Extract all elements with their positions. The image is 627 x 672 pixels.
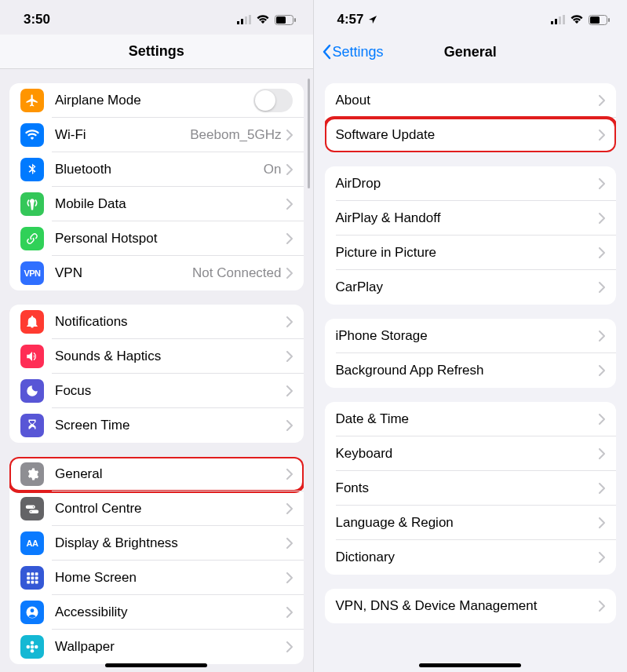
row-label: CarPlay [336,279,600,295]
chevron-right-icon [286,130,293,141]
airplane-icon [20,89,44,112]
home-indicator[interactable] [105,663,207,667]
row-wifi[interactable]: Wi-FiBeebom_5GHz [9,118,304,152]
row-label: AirPlay & Handoff [336,210,600,226]
row-airplane[interactable]: Airplane Mode [9,83,304,118]
row-sounds[interactable]: Sounds & Haptics [9,339,304,374]
chevron-right-icon [599,601,605,612]
row-label: Screen Time [55,418,286,433]
row-label: AirDrop [336,176,600,192]
settings-group: AirDropAirPlay & HandoffPicture in Pictu… [325,166,617,305]
row-carplay[interactable]: CarPlay [325,270,617,305]
svg-rect-6 [294,18,296,22]
chevron-right-icon [286,420,293,431]
settings-list[interactable]: Airplane ModeWi-FiBeebom_5GHzBluetoothOn… [0,83,313,664]
general-list[interactable]: AboutSoftware UpdateAirDropAirPlay & Han… [314,83,628,623]
text-size-icon: AA [20,531,44,555]
scrollbar[interactable] [308,79,310,188]
row-bluetooth[interactable]: BluetoothOn [9,152,304,187]
row-label: Wi-Fi [55,127,190,143]
row-label: VPN, DNS & Device Management [336,598,600,614]
svg-rect-8 [31,572,35,575]
chevron-right-icon [286,469,293,480]
grid-icon [20,566,44,590]
row-vpndns[interactable]: VPN, DNS & Device Management [325,589,617,623]
toggle-switch[interactable] [253,89,293,112]
row-hotspot[interactable]: Personal Hotspot [9,221,304,256]
chevron-right-icon [599,247,605,258]
page-title: Settings [129,43,184,60]
flower-icon [20,635,44,659]
chevron-right-icon [286,199,293,210]
row-label: Software Update [336,127,600,143]
chevron-right-icon [599,483,605,494]
row-label: Background App Refresh [336,363,600,378]
row-homescreen[interactable]: Home Screen [9,561,304,595]
svg-rect-1 [241,19,243,24]
row-language[interactable]: Language & Region [325,506,617,540]
moon-icon [20,379,44,403]
row-accessibility[interactable]: Accessibility [9,595,304,630]
chevron-right-icon [599,213,605,224]
row-wallpaper[interactable]: Wallpaper [9,630,304,664]
row-label: Language & Region [336,515,600,531]
person-icon [20,601,44,624]
row-notifications[interactable]: Notifications [9,305,304,339]
row-label: Bluetooth [55,162,264,177]
battery-icon [275,15,296,25]
svg-rect-10 [27,577,30,580]
svg-rect-14 [31,581,35,584]
settings-group: Date & TimeKeyboardFontsLanguage & Regio… [325,402,617,575]
bell-icon [20,310,44,334]
row-storage[interactable]: iPhone Storage [325,319,617,353]
svg-rect-11 [31,577,35,580]
settings-group: iPhone StorageBackground App Refresh [325,319,617,388]
svg-rect-23 [551,21,553,24]
row-bgrefresh[interactable]: Background App Refresh [325,353,617,388]
row-softwareupdate[interactable]: Software Update [325,118,617,152]
bluetooth-icon [20,158,44,181]
row-datetime[interactable]: Date & Time [325,402,617,436]
settings-group: Airplane ModeWi-FiBeebom_5GHzBluetoothOn… [9,83,304,290]
settings-group: GeneralControl CentreAADisplay & Brightn… [9,457,304,664]
row-general[interactable]: General [9,457,304,491]
row-about[interactable]: About [325,83,617,118]
location-icon [368,15,377,24]
row-mobiledata[interactable]: Mobile Data [9,187,304,221]
chevron-right-icon [286,572,293,583]
row-screentime[interactable]: Screen Time [9,408,304,443]
row-keyboard[interactable]: Keyboard [325,436,617,471]
chevron-right-icon [599,130,605,141]
row-label: VPN [55,265,192,281]
row-vpn[interactable]: VPNVPNNot Connected [9,256,304,290]
chevron-right-icon [286,316,293,327]
svg-rect-12 [35,577,38,580]
svg-rect-24 [555,19,557,24]
row-airplay[interactable]: AirPlay & Handoff [325,201,617,236]
row-label: Keyboard [336,446,600,462]
row-display[interactable]: AADisplay & Brightness [9,526,304,561]
svg-rect-25 [559,16,561,24]
row-label: About [336,93,600,108]
svg-rect-15 [35,581,38,584]
row-dictionary[interactable]: Dictionary [325,540,617,575]
hourglass-icon [20,414,44,437]
row-fonts[interactable]: Fonts [325,471,617,506]
row-label: General [55,466,286,482]
row-airdrop[interactable]: AirDrop [325,166,617,201]
row-value: On [264,162,282,177]
row-controlcentre[interactable]: Control Centre [9,491,304,526]
home-indicator[interactable] [419,663,521,667]
chevron-right-icon [286,351,293,362]
status-bar: 4:57 [314,0,628,35]
row-focus[interactable]: Focus [9,374,304,408]
svg-rect-0 [237,21,239,24]
chevron-right-icon [286,607,293,618]
row-label: Mobile Data [55,196,286,212]
svg-point-21 [27,645,31,649]
row-pip[interactable]: Picture in Picture [325,236,617,270]
back-button[interactable]: Settings [322,44,384,60]
settings-group: NotificationsSounds & HapticsFocusScreen… [9,305,304,443]
row-label: Home Screen [55,570,286,586]
svg-rect-28 [590,16,600,24]
